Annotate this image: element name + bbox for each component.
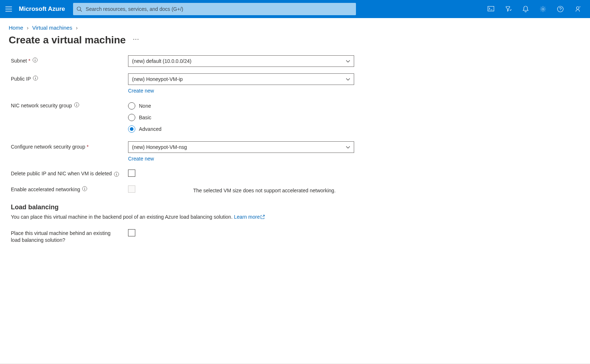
delete-ip-label: Delete public IP and NIC when VM is dele… bbox=[11, 170, 112, 177]
confnsg-value: (new) Honeypot-VM-nsg bbox=[132, 144, 187, 150]
nsg-label: NIC network security group bbox=[11, 102, 72, 110]
chevron-right-icon: › bbox=[27, 25, 29, 31]
gear-icon bbox=[540, 6, 546, 12]
accel-label: Enable accelerated networking bbox=[11, 186, 80, 193]
info-icon[interactable] bbox=[74, 102, 79, 107]
confnsg-label: Configure network security group bbox=[11, 144, 85, 151]
directory-filter-button[interactable] bbox=[500, 0, 517, 18]
svg-rect-11 bbox=[35, 78, 36, 80]
settings-button[interactable] bbox=[534, 0, 552, 18]
confnsg-create-new-link[interactable]: Create new bbox=[128, 156, 154, 162]
hamburger-menu-button[interactable] bbox=[0, 0, 17, 18]
breadcrumb-vms[interactable]: Virtual machines bbox=[32, 25, 72, 31]
accel-checkbox bbox=[128, 185, 135, 193]
breadcrumb-home[interactable]: Home bbox=[9, 25, 23, 31]
loadbal-learn-more-link[interactable]: Learn more bbox=[234, 214, 265, 220]
required-marker: * bbox=[28, 57, 30, 65]
global-search-input[interactable]: Search resources, services, and docs (G+… bbox=[73, 3, 356, 15]
subnet-dropdown[interactable]: (new) default (10.0.0.0/24) bbox=[128, 55, 354, 67]
search-icon bbox=[77, 7, 82, 12]
hamburger-icon bbox=[5, 7, 12, 12]
svg-point-3 bbox=[542, 8, 544, 10]
svg-point-10 bbox=[35, 77, 36, 77]
chevron-down-icon bbox=[346, 76, 350, 82]
external-link-icon bbox=[260, 215, 265, 219]
subnet-value: (new) default (10.0.0.0/24) bbox=[132, 58, 191, 64]
loadbal-title: Load balancing bbox=[11, 204, 590, 211]
search-placeholder: Search resources, services, and docs (G+… bbox=[86, 6, 183, 12]
radio-icon bbox=[128, 102, 135, 110]
publicip-value: (new) Honeypot-VM-ip bbox=[132, 76, 183, 82]
svg-point-0 bbox=[77, 7, 81, 10]
loadbal-desc: You can place this virtual machine in th… bbox=[11, 214, 234, 220]
svg-rect-2 bbox=[488, 7, 494, 11]
info-icon[interactable] bbox=[82, 186, 87, 191]
cloud-shell-icon bbox=[488, 6, 494, 12]
feedback-button[interactable] bbox=[569, 0, 586, 18]
info-icon[interactable] bbox=[114, 172, 119, 177]
chevron-down-icon bbox=[346, 58, 350, 64]
publicip-create-new-link[interactable]: Create new bbox=[128, 88, 154, 94]
svg-rect-8 bbox=[35, 60, 35, 61]
publicip-dropdown[interactable]: (new) Honeypot-VM-ip bbox=[128, 73, 354, 85]
svg-point-13 bbox=[76, 103, 77, 104]
help-button[interactable] bbox=[552, 0, 569, 18]
directory-filter-icon bbox=[505, 6, 512, 12]
help-icon bbox=[557, 6, 564, 12]
delete-ip-checkbox[interactable] bbox=[128, 170, 135, 177]
brand-label: Microsoft Azure bbox=[17, 5, 72, 13]
svg-rect-17 bbox=[116, 174, 116, 176]
radio-icon bbox=[128, 114, 135, 121]
chevron-right-icon: › bbox=[76, 25, 78, 31]
svg-point-5 bbox=[577, 7, 579, 9]
nsg-radio-basic[interactable]: Basic bbox=[128, 112, 354, 123]
svg-point-7 bbox=[35, 59, 35, 59]
info-icon[interactable] bbox=[33, 76, 38, 81]
svg-point-19 bbox=[85, 187, 85, 188]
svg-point-4 bbox=[557, 6, 563, 12]
required-marker: * bbox=[86, 144, 88, 151]
nsg-option-advanced-label: Advanced bbox=[139, 126, 161, 132]
more-actions-button[interactable]: ··· bbox=[133, 37, 140, 44]
svg-rect-20 bbox=[85, 188, 85, 190]
svg-rect-14 bbox=[76, 104, 77, 106]
breadcrumb: Home › Virtual machines › bbox=[0, 18, 590, 33]
place-lb-label: Place this virtual machine behind an exi… bbox=[11, 230, 116, 244]
publicip-label: Public IP bbox=[11, 76, 31, 83]
svg-line-1 bbox=[80, 10, 82, 12]
nsg-option-basic-label: Basic bbox=[139, 115, 151, 120]
notifications-button[interactable] bbox=[517, 0, 534, 18]
nsg-radio-none[interactable]: None bbox=[128, 100, 354, 112]
nsg-option-none-label: None bbox=[139, 103, 151, 109]
bell-icon bbox=[523, 6, 529, 12]
page-title: Create a virtual machine bbox=[9, 34, 126, 46]
nsg-radio-advanced[interactable]: Advanced bbox=[128, 123, 354, 135]
subnet-label: Subnet bbox=[11, 57, 27, 65]
accel-message: The selected VM size does not support ac… bbox=[193, 185, 336, 193]
radio-selected-icon bbox=[128, 125, 135, 133]
confnsg-dropdown[interactable]: (new) Honeypot-VM-nsg bbox=[128, 141, 354, 153]
svg-point-16 bbox=[116, 173, 117, 174]
cloud-shell-button[interactable] bbox=[482, 0, 500, 18]
feedback-icon bbox=[574, 6, 581, 12]
place-lb-checkbox[interactable] bbox=[128, 229, 135, 236]
info-icon[interactable] bbox=[33, 57, 38, 63]
chevron-down-icon bbox=[346, 144, 350, 150]
